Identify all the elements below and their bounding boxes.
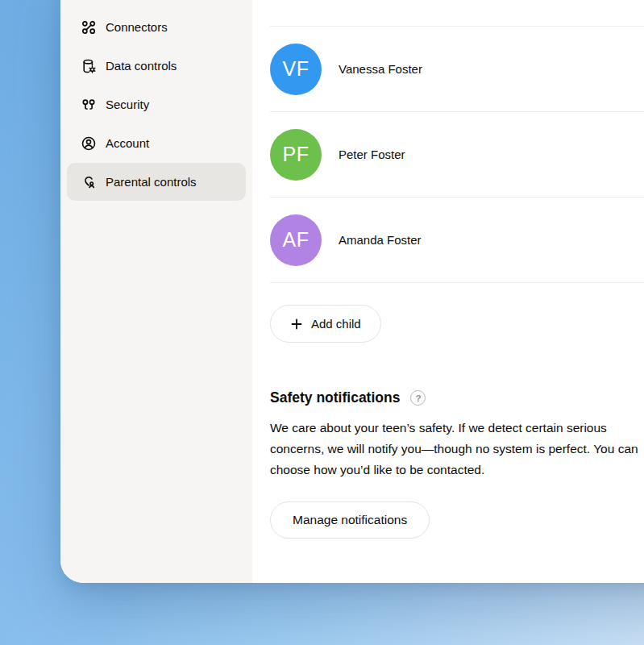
sidebar-item-data-controls[interactable]: Data controls: [67, 47, 246, 85]
section-title: Safety notifications: [270, 389, 400, 406]
sidebar-item-label: Data controls: [106, 59, 177, 73]
settings-dialog: Connectors Dat: [60, 0, 644, 583]
plus-icon: [290, 318, 303, 331]
sidebar-item-label: Security: [106, 98, 149, 111]
description-line: choose how you’d like to be contacted.: [270, 460, 644, 481]
avatar: PF: [270, 129, 322, 181]
heart-person-icon: [80, 173, 98, 191]
question-circle-icon[interactable]: ?: [410, 390, 426, 406]
sidebar-item-security[interactable]: Security: [67, 85, 246, 123]
member-row[interactable]: AF Amanda Foster: [270, 198, 644, 283]
member-name: Vanessa Foster: [339, 62, 422, 76]
sidebar-item-connectors[interactable]: Connectors: [67, 8, 246, 46]
safety-description: We care about your teen’s safety. If we …: [270, 418, 644, 481]
parental-controls-panel: VF Vanessa Foster PF Peter Foster AF Ama…: [252, 0, 644, 583]
keys-icon: [80, 96, 98, 114]
user-circle-icon: [80, 135, 98, 152]
manage-notifications-label: Manage notifications: [293, 513, 407, 527]
sidebar-item-label: Parental controls: [106, 175, 197, 189]
sidebar-item-parental-controls[interactable]: Parental controls: [67, 163, 246, 201]
desktop-background: Connectors Dat: [0, 0, 644, 645]
sidebar-item-label: Connectors: [106, 20, 168, 34]
manage-notifications-button[interactable]: Manage notifications: [270, 501, 430, 539]
member-name: Amanda Foster: [339, 233, 422, 247]
member-row[interactable]: VF Vanessa Foster: [270, 27, 644, 112]
add-child-button[interactable]: Add child: [270, 305, 381, 343]
database-gear-icon: [80, 57, 98, 75]
avatar: VF: [270, 44, 322, 95]
family-member-list: VF Vanessa Foster PF Peter Foster AF Ama…: [270, 26, 644, 283]
sidebar-item-account[interactable]: Account: [67, 124, 246, 162]
connectors-icon: [80, 19, 98, 36]
safety-notifications-header: Safety notifications ?: [270, 389, 644, 406]
settings-sidebar: Connectors Dat: [60, 0, 252, 583]
add-child-label: Add child: [311, 317, 361, 331]
description-line: We care about your teen’s safety. If we …: [270, 418, 644, 439]
sidebar-item-label: Account: [106, 136, 149, 150]
member-name: Peter Foster: [339, 148, 405, 161]
description-line: concerns, we will notify you—though no s…: [270, 439, 644, 460]
avatar: AF: [270, 214, 322, 266]
member-row[interactable]: PF Peter Foster: [270, 112, 644, 198]
